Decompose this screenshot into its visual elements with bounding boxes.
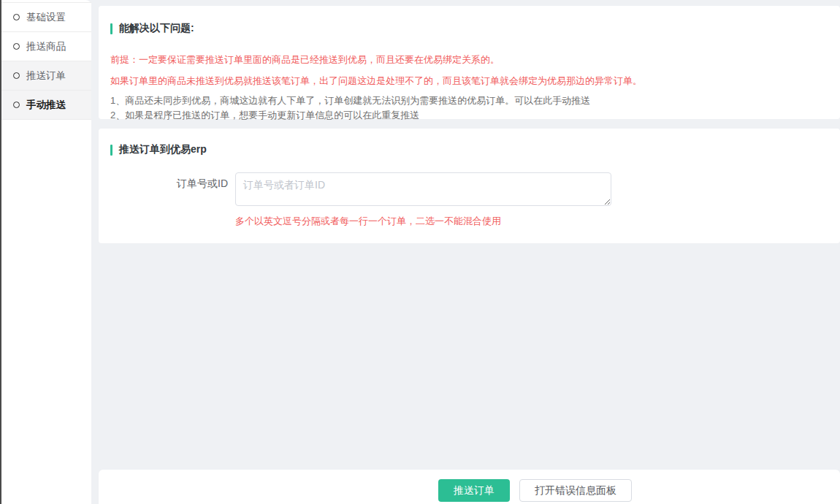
sidebar-item-manual-push[interactable]: 手动推送 [1, 91, 91, 120]
radio-circle-icon [13, 102, 20, 108]
order-id-label: 订单号或ID [110, 172, 235, 206]
sidebar-item-push-orders[interactable]: 推送订单 [1, 61, 91, 91]
sidebar-item-label: 推送订单 [26, 69, 66, 83]
footer-button-group: 推送订单 打开错误信息面板 [438, 479, 632, 502]
problems-panel: 能解决以下问题: 前提：一定要保证需要推送订单里面的商品是已经推送到优易，而且还… [99, 6, 840, 119]
sidebar-item-label: 手动推送 [26, 99, 66, 112]
open-error-panel-button[interactable]: 打开错误信息面板 [519, 479, 632, 502]
main-content: 能解决以下问题: 前提：一定要保证需要推送订单里面的商品是已经推送到优易，而且还… [99, 0, 840, 504]
footer-action-bar: 推送订单 打开错误信息面板 [99, 470, 840, 504]
section-accent-bar [110, 23, 112, 34]
sidebar-nav: 基础设置 推送商品 推送订单 手动推送 [1, 2, 91, 120]
problems-section-title: 能解决以下问题: [110, 22, 825, 35]
section-accent-bar [110, 145, 112, 156]
radio-circle-icon [13, 72, 20, 79]
push-section-title: 推送订单到优易erp [110, 143, 828, 156]
problems-title-text: 能解决以下问题: [119, 22, 194, 35]
sidebar-item-label: 基础设置 [26, 11, 66, 24]
note-item-1: 1、商品还未同步到优易，商城这边就有人下单了，订单创建就无法识别为需要推送的优易… [110, 93, 825, 108]
order-id-textarea[interactable] [235, 172, 611, 206]
note-item-2: 2、如果是程序已推送的订单，想要手动更新订单信息的可以在此重复推送 [110, 108, 825, 123]
radio-circle-icon [13, 43, 20, 50]
radio-circle-icon [13, 14, 20, 20]
notes-list: 1、商品还未同步到优易，商城这边就有人下单了，订单创建就无法识别为需要推送的优易… [110, 93, 825, 123]
order-id-helper-text: 多个以英文逗号分隔或者每一行一个订单，二选一不能混合使用 [235, 215, 828, 228]
sidebar-item-push-products[interactable]: 推送商品 [1, 32, 91, 61]
sidebar: 基础设置 推送商品 推送订单 手动推送 [0, 0, 91, 504]
sidebar-item-label: 推送商品 [26, 40, 66, 53]
push-title-text: 推送订单到优易erp [119, 143, 207, 156]
push-order-button[interactable]: 推送订单 [438, 479, 510, 502]
sidebar-item-basic-settings[interactable]: 基础设置 [1, 3, 91, 32]
order-id-form-row: 订单号或ID [110, 172, 828, 206]
push-order-panel: 推送订单到优易erp 订单号或ID 多个以英文逗号分隔或者每一行一个订单，二选一… [99, 129, 840, 243]
warning-text-premise: 前提：一定要保证需要推送订单里面的商品是已经推送到优易，而且还要在优易绑定关系的… [110, 53, 825, 66]
warning-text-consequence: 如果订单里的商品未推送到优易就推送该笔订单，出了问题这边是处理不了的，而且该笔订… [110, 75, 825, 87]
